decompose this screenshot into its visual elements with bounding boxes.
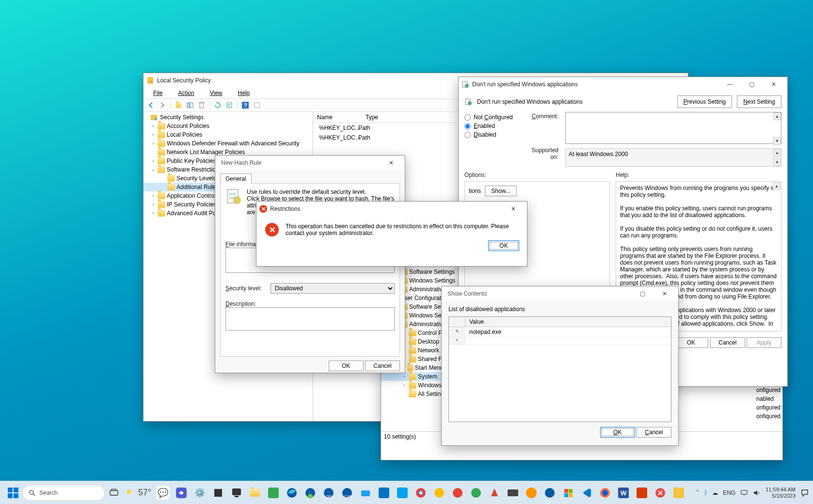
word-icon[interactable]: W (617, 486, 630, 500)
close-button[interactable]: ✕ (763, 77, 784, 92)
notifications-icon[interactable] (800, 488, 809, 497)
tray-chevron-icon[interactable]: ˄ (696, 489, 699, 496)
menu-view[interactable]: View (202, 89, 230, 97)
volume-icon[interactable] (753, 489, 761, 497)
scroll-up[interactable]: ▲ (773, 149, 781, 157)
minimize-button[interactable]: — (719, 77, 741, 92)
app-icon[interactable] (432, 486, 446, 500)
close-button[interactable]: ✕ (502, 202, 524, 216)
back-button[interactable] (145, 100, 156, 110)
tree-seclevels[interactable]: Security Levels (176, 174, 216, 183)
radio-enabled[interactable]: Enabled (464, 123, 518, 129)
network-icon[interactable] (740, 489, 748, 497)
col-name[interactable]: Name (313, 112, 362, 123)
app-icon[interactable] (654, 486, 667, 500)
app-icon[interactable]: DEV (322, 486, 335, 500)
description-field[interactable] (225, 307, 395, 331)
comment-field[interactable] (565, 112, 781, 144)
tree-pubkey[interactable]: Public Key Policies (167, 157, 216, 165)
ok-button[interactable]: OK (673, 337, 708, 348)
ok-button[interactable]: OK (329, 361, 364, 371)
app-icon[interactable] (469, 486, 483, 500)
refresh-button[interactable] (212, 100, 223, 110)
menu-help[interactable]: Help (230, 89, 258, 97)
menu-file[interactable]: File (145, 89, 170, 97)
forward-button[interactable] (157, 100, 168, 110)
weather-widget[interactable]: 57° (126, 486, 151, 500)
language-indicator[interactable]: ENG (723, 489, 735, 496)
scroll-down[interactable]: ▼ (773, 137, 781, 145)
properties-button[interactable] (252, 100, 262, 110)
onedrive-icon[interactable]: ☁ (712, 489, 718, 496)
app-icon[interactable]: ⚙️ (193, 486, 207, 500)
app-icon[interactable] (488, 486, 501, 500)
cancel-button[interactable]: Cancel (710, 337, 745, 348)
chrome-icon[interactable] (414, 486, 428, 500)
app-icon[interactable] (303, 486, 317, 500)
taskview-button[interactable] (107, 486, 121, 500)
show-button[interactable]: Show... (485, 186, 516, 196)
taskbar[interactable]: Search 57° 💬 ⚙️ DEV CAN W ˄ ᛒ ☁ ENG 11:5… (0, 481, 813, 504)
cancel-button[interactable]: Cancel (637, 427, 671, 438)
radio-not-configured[interactable]: Not Configured (464, 114, 518, 121)
app-icon[interactable] (672, 486, 685, 500)
security-level-select[interactable]: Disallowed (271, 283, 395, 294)
edge-icon[interactable] (285, 486, 299, 500)
start-button[interactable] (6, 486, 20, 500)
table-row[interactable]: ✎ notepad.exe (449, 327, 671, 337)
tree-firewall[interactable]: Windows Defender Firewall with Advanced … (167, 139, 299, 148)
scroll-up[interactable]: ▲ (773, 112, 781, 120)
next-setting-button[interactable]: Next Setting (737, 95, 781, 108)
tree-account-policies[interactable]: Account Policies (167, 122, 209, 130)
tree-local-policies[interactable]: Local Policies (167, 130, 202, 139)
menu-action[interactable]: Action (170, 89, 202, 97)
app-icon[interactable] (211, 486, 225, 500)
show-hide-tree-button[interactable] (185, 100, 195, 110)
taskbar-search[interactable]: Search (22, 485, 105, 501)
app-icon[interactable] (525, 486, 538, 500)
ok-button[interactable]: OK (488, 240, 519, 251)
app-icon[interactable] (543, 486, 557, 500)
radio-disabled[interactable]: Disabled (464, 131, 518, 138)
clock[interactable]: 11:59:44 AM 5/18/2023 (765, 487, 796, 499)
close-button[interactable]: ✕ (654, 286, 675, 301)
app-icon[interactable] (506, 486, 520, 500)
vscode-icon[interactable] (580, 486, 593, 500)
app-icon[interactable]: CAN (340, 486, 354, 500)
maximize-button[interactable]: ▢ (632, 286, 654, 301)
tab-general[interactable]: General (220, 173, 252, 184)
restrictions-titlebar[interactable]: ✕ Restrictions ✕ (256, 202, 527, 216)
table-row-new[interactable]: * (449, 337, 671, 345)
prev-setting-button[interactable]: Previous Setting (677, 95, 732, 108)
app-icon[interactable] (561, 486, 575, 500)
system-tray[interactable]: ˄ ᛒ ☁ ENG 11:59:44 AM 5/18/2023 (696, 487, 809, 499)
scroll-up[interactable]: ▲ (773, 182, 781, 190)
col-value[interactable]: Value (465, 317, 671, 327)
app-icon[interactable]: 💬 (156, 486, 170, 500)
app-icon[interactable] (230, 486, 243, 500)
tree-root[interactable]: Security Settings (160, 113, 204, 122)
hashrule-titlebar[interactable]: New Hash Rule ✕ (215, 156, 405, 170)
maximize-button[interactable]: ▢ (741, 77, 763, 92)
app-icon[interactable] (377, 486, 391, 500)
cancel-button[interactable]: Cancel (365, 361, 400, 371)
help-button[interactable]: ? (240, 100, 251, 110)
app-icon[interactable] (359, 486, 372, 500)
showcontents-titlebar[interactable]: Show Contents ▢ ✕ (442, 286, 678, 301)
firefox-icon[interactable] (598, 486, 612, 500)
tree-addrules[interactable]: Additional Rules (176, 183, 219, 191)
app-icon[interactable] (451, 486, 464, 500)
delete-button[interactable] (196, 100, 207, 110)
close-button[interactable]: ✕ (380, 156, 402, 170)
ok-button[interactable]: OK (600, 427, 635, 438)
bluetooth-icon[interactable]: ᛒ (704, 489, 707, 496)
app-icon[interactable] (635, 486, 649, 500)
up-button[interactable] (173, 100, 184, 110)
scroll-down[interactable]: ▼ (773, 158, 781, 166)
policy-titlebar[interactable]: Don't run specified Windows applications… (459, 77, 787, 92)
app-icon[interactable] (175, 486, 188, 500)
app-icon[interactable] (267, 486, 280, 500)
app-icon[interactable] (396, 486, 409, 500)
file-explorer-icon[interactable] (248, 486, 262, 500)
export-button[interactable] (224, 100, 235, 110)
